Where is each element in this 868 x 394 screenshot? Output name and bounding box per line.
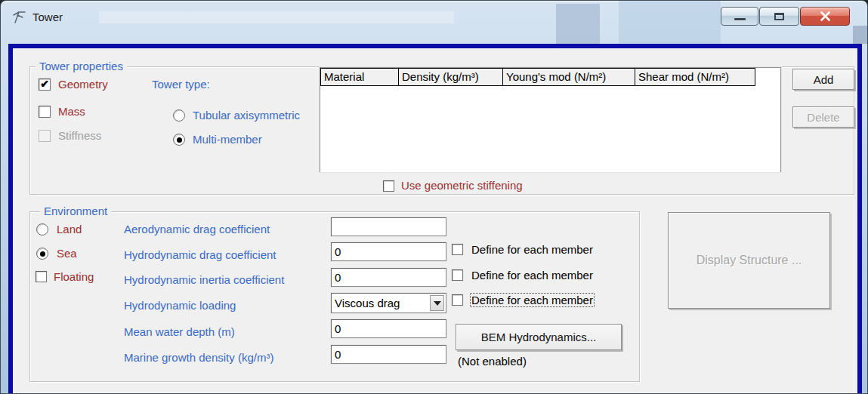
use-geometric-stiffening-checkbox[interactable] xyxy=(383,180,394,192)
materials-table-body xyxy=(320,86,780,172)
bem-status-text: (Not enabled) xyxy=(458,355,527,368)
hydro-loading-selected-value: Viscous drag xyxy=(333,297,430,309)
sea-radio[interactable] xyxy=(36,248,48,260)
define-member-hydro-drag-checkbox[interactable] xyxy=(452,244,463,255)
hydro-drag-input[interactable] xyxy=(331,242,446,261)
glass-reflection xyxy=(853,26,868,44)
floating-checkbox-label: Floating xyxy=(54,270,94,283)
geometry-checkbox[interactable] xyxy=(39,78,51,91)
water-depth-input[interactable] xyxy=(331,319,446,338)
tower-dialog-window: Tower Tower properties Geometry Mass Sti… xyxy=(0,0,868,394)
floating-checkbox[interactable] xyxy=(36,271,47,282)
glass-reflection xyxy=(619,1,721,44)
delete-button: Delete xyxy=(792,106,854,128)
glass-reflection xyxy=(556,4,600,44)
tower-type-label: Tower type: xyxy=(152,78,210,91)
aero-drag-label: Aerodynamic drag coefficient xyxy=(124,223,270,235)
display-structure-button: Display Structure ... xyxy=(668,212,830,309)
multi-member-radio-label: Multi-member xyxy=(193,133,262,146)
close-icon xyxy=(820,11,831,21)
stiffness-checkbox-label: Stiffness xyxy=(58,129,101,142)
maximize-icon xyxy=(774,13,784,20)
add-button[interactable]: Add xyxy=(792,69,854,90)
bem-hydrodynamics-button[interactable]: BEM Hydrodynamics... xyxy=(456,324,622,350)
tubular-axisymmetric-radio[interactable] xyxy=(173,109,185,122)
glass-reflection xyxy=(99,11,454,23)
window-title: Tower xyxy=(32,11,63,23)
column-header-density: Density (kg/m³) xyxy=(398,68,503,86)
geometry-checkbox-label: Geometry xyxy=(58,78,108,91)
hydro-inertia-label: Hydrodynamic inertia coefficient xyxy=(124,273,284,286)
wind-turbine-icon xyxy=(11,7,29,25)
land-radio[interactable] xyxy=(36,223,48,235)
marine-growth-label: Marine growth density (kg/m³) xyxy=(124,351,273,364)
define-member-hydro-loading-label: Define for each member xyxy=(471,294,594,306)
tower-properties-group-label: Tower properties xyxy=(36,60,127,72)
hydro-drag-label: Hydrodynamic drag coefficient xyxy=(124,248,276,261)
column-header-shear-mod: Shear mod (N/m²) xyxy=(635,68,755,86)
minimize-button[interactable] xyxy=(721,7,758,26)
environment-group-label: Environment xyxy=(40,205,111,217)
water-depth-label: Mean water depth (m) xyxy=(124,325,235,338)
hydro-loading-dropdown[interactable]: Viscous drag xyxy=(331,293,446,313)
minimize-icon xyxy=(734,18,746,20)
materials-table: Material Density (kg/m³) Young's mod (N/… xyxy=(320,67,781,172)
mass-checkbox-label: Mass xyxy=(58,105,85,118)
maximize-button[interactable] xyxy=(759,7,799,26)
land-radio-label: Land xyxy=(57,223,82,235)
hydro-loading-label: Hydrodynamic loading xyxy=(124,299,236,312)
close-button[interactable] xyxy=(800,7,850,26)
hydro-inertia-input[interactable] xyxy=(331,268,446,287)
stiffness-checkbox xyxy=(39,130,51,142)
chevron-down-icon[interactable] xyxy=(430,295,444,311)
tubular-axisymmetric-radio-label: Tubular axisymmetric xyxy=(193,109,300,122)
column-header-youngs-mod: Young's mod (N/m²) xyxy=(502,68,635,86)
define-member-hydro-inertia-label: Define for each member xyxy=(471,269,593,282)
aero-drag-input[interactable] xyxy=(331,217,446,236)
multi-member-radio[interactable] xyxy=(173,134,185,146)
materials-table-header: Material Density (kg/m³) Young's mod (N/… xyxy=(320,68,780,86)
use-geometric-stiffening-label: Use geometric stiffening xyxy=(401,179,523,192)
define-member-hydro-loading-checkbox[interactable] xyxy=(452,294,463,306)
sea-radio-label: Sea xyxy=(57,247,77,260)
define-member-hydro-inertia-checkbox[interactable] xyxy=(452,269,463,281)
column-header-material: Material xyxy=(320,68,399,86)
define-member-hydro-drag-label: Define for each member xyxy=(471,243,593,256)
mass-checkbox[interactable] xyxy=(39,106,51,118)
marine-growth-input[interactable] xyxy=(331,345,446,364)
